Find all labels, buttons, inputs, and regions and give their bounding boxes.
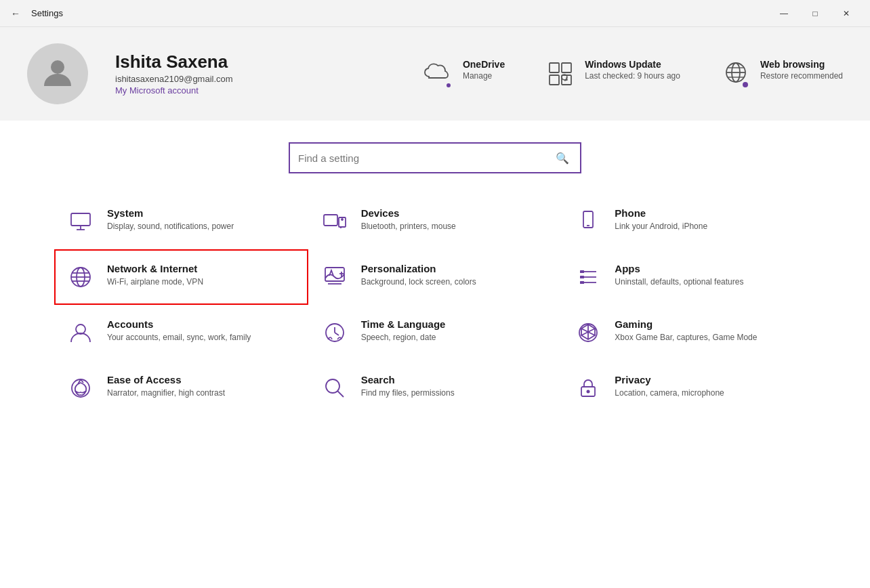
svg-point-48 bbox=[587, 390, 590, 394]
system-text: System Display, sound, notifications, po… bbox=[107, 207, 234, 232]
web-browsing-text: Web browsing Restore recommended bbox=[760, 59, 843, 81]
gaming-title: Gaming bbox=[615, 318, 757, 330]
svg-rect-2 bbox=[562, 63, 571, 72]
windows-update-icon bbox=[545, 59, 575, 89]
onedrive-icon bbox=[423, 59, 453, 89]
svg-point-16 bbox=[341, 219, 343, 220]
phone-title: Phone bbox=[615, 207, 707, 219]
titlebar-controls: — □ ✕ bbox=[768, 3, 862, 24]
personalization-icon bbox=[320, 263, 349, 291]
svg-line-37 bbox=[335, 333, 339, 335]
search-area: 🔍 bbox=[0, 121, 870, 187]
system-icon bbox=[66, 207, 95, 236]
onedrive-status-dot bbox=[445, 82, 452, 89]
phone-text: Phone Link your Android, iPhone bbox=[615, 207, 707, 232]
windows-update-subtitle: Last checked: 9 hours ago bbox=[585, 71, 680, 81]
ease-of-access-title: Ease of Access bbox=[107, 374, 225, 385]
windows-update-text: Windows Update Last checked: 9 hours ago bbox=[585, 59, 680, 81]
profile-header: Ishita Saxena ishitasaxena2109@gmail.com… bbox=[0, 27, 870, 121]
time-language-icon bbox=[320, 318, 349, 347]
system-subtitle: Display, sound, notifications, power bbox=[107, 221, 234, 232]
onedrive-title: OneDrive bbox=[463, 59, 505, 70]
minimize-button[interactable]: — bbox=[768, 3, 800, 24]
setting-item-search[interactable]: Search Find my files, permissions bbox=[308, 360, 562, 416]
titlebar: ← Settings — □ ✕ bbox=[0, 0, 870, 27]
setting-item-time-language[interactable]: Time & Language Speech, region, date bbox=[308, 305, 562, 360]
svg-rect-10 bbox=[71, 213, 90, 226]
microsoft-account-link[interactable]: My Microsoft account bbox=[115, 85, 199, 96]
user-icon bbox=[40, 55, 75, 93]
onedrive-widget[interactable]: OneDrive Manage bbox=[423, 59, 505, 89]
devices-subtitle: Bluetooth, printers, mouse bbox=[361, 221, 456, 232]
network-icon bbox=[66, 263, 95, 291]
titlebar-left: ← Settings bbox=[8, 5, 63, 22]
setting-item-personalization[interactable]: Personalization Background, lock screen,… bbox=[308, 249, 562, 305]
apps-subtitle: Uninstall, defaults, optional features bbox=[615, 276, 743, 288]
setting-item-ease-of-access[interactable]: Ease of Access Narrator, magnifier, high… bbox=[54, 360, 308, 416]
gaming-text: Gaming Xbox Game Bar, captures, Game Mod… bbox=[615, 318, 757, 343]
search-box: 🔍 bbox=[289, 142, 581, 173]
ease-of-access-icon bbox=[66, 374, 95, 402]
onedrive-text: OneDrive Manage bbox=[463, 59, 505, 81]
web-browsing-icon bbox=[721, 59, 751, 89]
phone-subtitle: Link your Android, iPhone bbox=[615, 221, 707, 232]
search-icon bbox=[320, 374, 349, 402]
privacy-subtitle: Location, camera, microphone bbox=[615, 387, 724, 399]
back-button[interactable]: ← bbox=[8, 5, 23, 22]
apps-title: Apps bbox=[615, 263, 743, 274]
windows-update-widget[interactable]: Windows Update Last checked: 9 hours ago bbox=[545, 59, 680, 89]
web-browsing-widget[interactable]: Web browsing Restore recommended bbox=[721, 59, 843, 89]
privacy-title: Privacy bbox=[615, 374, 724, 385]
accounts-subtitle: Your accounts, email, sync, work, family bbox=[107, 332, 251, 343]
setting-item-accounts[interactable]: Accounts Your accounts, email, sync, wor… bbox=[54, 305, 308, 360]
profile-info: Ishita Saxena ishitasaxena2109@gmail.com… bbox=[115, 51, 396, 96]
phone-icon bbox=[574, 207, 602, 236]
profile-email: ishitasaxena2109@gmail.com bbox=[115, 74, 396, 84]
setting-item-system[interactable]: System Display, sound, notifications, po… bbox=[54, 194, 308, 249]
web-browsing-title: Web browsing bbox=[760, 59, 843, 70]
svg-rect-1 bbox=[550, 63, 559, 72]
setting-item-devices[interactable]: Devices Bluetooth, printers, mouse bbox=[308, 194, 562, 249]
search-subtitle: Find my files, permissions bbox=[361, 387, 455, 399]
accounts-icon bbox=[66, 318, 95, 347]
network-text: Network & Internet Wi-Fi, airplane mode,… bbox=[107, 263, 203, 288]
time-language-title: Time & Language bbox=[361, 318, 446, 330]
network-subtitle: Wi-Fi, airplane mode, VPN bbox=[107, 276, 203, 288]
titlebar-title: Settings bbox=[31, 8, 63, 18]
time-language-text: Time & Language Speech, region, date bbox=[361, 318, 446, 343]
network-title: Network & Internet bbox=[107, 263, 203, 274]
search-title: Search bbox=[361, 374, 455, 385]
search-input[interactable] bbox=[298, 152, 553, 164]
gaming-subtitle: Xbox Game Bar, captures, Game Mode bbox=[615, 332, 757, 343]
setting-item-gaming[interactable]: Gaming Xbox Game Bar, captures, Game Mod… bbox=[562, 305, 816, 360]
devices-text: Devices Bluetooth, printers, mouse bbox=[361, 207, 456, 232]
search-text: Search Find my files, permissions bbox=[361, 374, 455, 399]
svg-rect-3 bbox=[550, 75, 559, 85]
apps-icon bbox=[574, 263, 602, 291]
gaming-icon bbox=[574, 318, 602, 347]
setting-item-network[interactable]: Network & Internet Wi-Fi, airplane mode,… bbox=[54, 249, 308, 305]
web-browsing-subtitle: Restore recommended bbox=[760, 71, 843, 81]
setting-item-apps[interactable]: Apps Uninstall, defaults, optional featu… bbox=[562, 249, 816, 305]
ease-of-access-subtitle: Narrator, magnifier, high contrast bbox=[107, 387, 225, 399]
svg-point-34 bbox=[76, 324, 85, 334]
onedrive-subtitle: Manage bbox=[463, 71, 505, 81]
windows-update-title: Windows Update bbox=[585, 59, 680, 70]
svg-line-46 bbox=[337, 391, 344, 397]
ease-of-access-text: Ease of Access Narrator, magnifier, high… bbox=[107, 374, 225, 399]
setting-item-privacy[interactable]: Privacy Location, camera, microphone bbox=[562, 360, 816, 416]
close-button[interactable]: ✕ bbox=[831, 3, 862, 24]
search-icon[interactable]: 🔍 bbox=[553, 152, 572, 165]
maximize-button[interactable]: □ bbox=[800, 3, 831, 24]
accounts-title: Accounts bbox=[107, 318, 251, 330]
avatar bbox=[27, 43, 88, 104]
apps-text: Apps Uninstall, defaults, optional featu… bbox=[615, 263, 743, 288]
svg-rect-33 bbox=[580, 281, 584, 284]
system-title: System bbox=[107, 207, 234, 219]
setting-item-phone[interactable]: Phone Link your Android, iPhone bbox=[562, 194, 816, 249]
svg-rect-32 bbox=[580, 276, 584, 278]
devices-icon bbox=[320, 207, 349, 236]
svg-rect-31 bbox=[580, 270, 584, 273]
personalization-text: Personalization Background, lock screen,… bbox=[361, 263, 476, 288]
svg-rect-13 bbox=[324, 215, 337, 226]
